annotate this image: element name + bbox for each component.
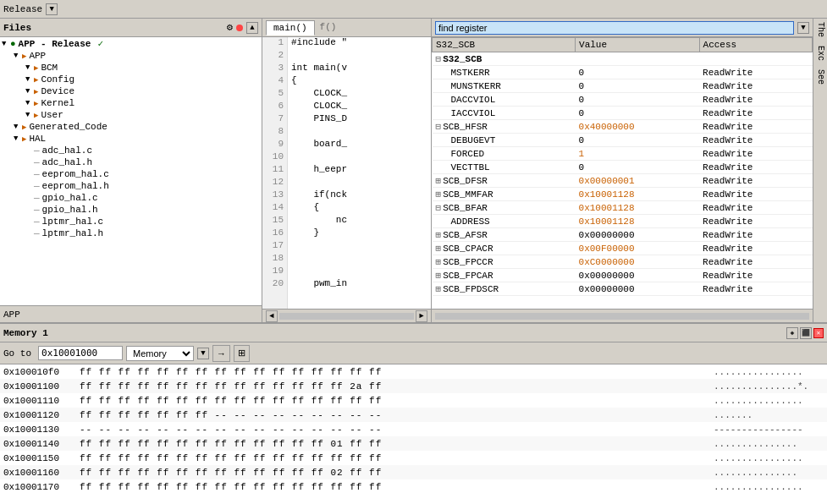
mem-bytes: ff ff ff ff ff ff ff ff ff ff ff ff ff f… xyxy=(80,367,707,377)
memory-addr-input[interactable] xyxy=(38,346,123,360)
register-dropdown-btn[interactable]: ▼ xyxy=(797,22,809,34)
memory-close-btn[interactable]: ✕ xyxy=(813,328,824,338)
register-row[interactable]: DEBUGEVT0ReadWrite xyxy=(433,134,813,147)
register-row[interactable]: ⊞SCB_CPACR0x00F00000ReadWrite xyxy=(433,242,813,255)
mem-bytes: ff ff ff ff ff ff ff ff ff ff ff ff ff f… xyxy=(80,381,707,392)
reg-expand-btn[interactable]: ⊞ xyxy=(436,230,442,240)
code-area[interactable]: #include "int main(v{ CLOCK_ CLOCK_ PINS… xyxy=(288,37,431,309)
mem-bytes: ff ff ff ff ff ff ff ff ff ff ff ff ff 0… xyxy=(80,439,707,449)
code-line: { xyxy=(291,202,427,215)
register-row[interactable]: IACCVIOL0ReadWrite xyxy=(433,107,813,120)
memory-columns-btn[interactable]: ⊞ xyxy=(234,345,250,362)
register-row[interactable]: ⊞SCB_FPDSCR0x00000000ReadWrite xyxy=(433,282,813,296)
reg-expand-btn[interactable]: ⊞ xyxy=(436,284,442,294)
register-row[interactable]: ⊞SCB_FPCCR0xC0000000ReadWrite xyxy=(433,255,813,269)
files-header: Files ⚙ ▲ xyxy=(0,19,262,37)
tree-item[interactable]: —lptmr_hal.c xyxy=(0,216,262,227)
scroll-up-btn[interactable]: ▲ xyxy=(246,22,258,34)
reg-expand-btn[interactable]: ⊟ xyxy=(436,54,442,64)
tree-item[interactable]: ▼▶User xyxy=(0,109,262,121)
reg-value: 0xC0000000 xyxy=(576,255,699,269)
register-row[interactable]: ⊟SCB_BFAR0x10001128ReadWrite xyxy=(433,201,813,215)
register-row[interactable]: ⊟S32_SCB xyxy=(433,52,813,66)
tree-item[interactable]: ▼▶HAL xyxy=(0,133,262,145)
line-number: 17 xyxy=(266,240,284,253)
editor-content[interactable]: 1234567891011121314151617181920 #include… xyxy=(262,37,431,309)
editor-scrollbar[interactable] xyxy=(279,313,414,320)
register-row[interactable]: MUNSTKERR0ReadWrite xyxy=(433,79,813,93)
mem-addr: 0x10001110 xyxy=(3,396,80,406)
tree-item[interactable]: —adc_hal.h xyxy=(0,156,262,168)
reg-expand-btn[interactable]: ⊟ xyxy=(436,203,442,213)
nav-left-btn[interactable]: ◄ xyxy=(266,310,278,322)
tree-item[interactable]: —lptmr_hal.h xyxy=(0,227,262,239)
far-right-label2: Exc xyxy=(816,46,825,61)
nav-right-btn[interactable]: ► xyxy=(416,310,427,322)
tree-item[interactable]: ▼●APP - Release✓ xyxy=(0,37,262,50)
far-right-label3: See xyxy=(816,69,825,85)
reg-col-header: Access xyxy=(699,38,812,52)
register-row[interactable]: ⊞SCB_DFSR0x00000001ReadWrite xyxy=(433,174,813,188)
register-search-input[interactable] xyxy=(435,21,794,35)
reg-expand-btn[interactable]: ⊞ xyxy=(436,244,442,254)
register-table[interactable]: S32_SCBValueAccess⊟S32_SCBMSTKERR0ReadWr… xyxy=(432,37,813,309)
register-row[interactable]: DACCVIOL0ReadWrite xyxy=(433,93,813,107)
mem-addr: 0x100010f0 xyxy=(3,367,80,377)
tree-item[interactable]: ▼▶Config xyxy=(0,74,262,85)
files-footer: APP xyxy=(0,305,262,322)
memory-type-select[interactable]: Memory xyxy=(126,346,194,361)
line-number: 20 xyxy=(266,278,284,291)
memory-toolbar: Go to Memory ▼ → ⊞ xyxy=(0,342,827,364)
reg-access: ReadWrite xyxy=(699,282,812,296)
register-nav xyxy=(432,309,813,322)
reg-expand-btn[interactable]: ⊞ xyxy=(436,189,442,200)
reg-col-header: S32_SCB xyxy=(433,38,576,52)
mem-addr: 0x10001170 xyxy=(3,482,80,492)
register-scrollbar-h[interactable] xyxy=(435,313,809,320)
tree-item[interactable]: ▼▶Kernel xyxy=(0,97,262,109)
tree-item[interactable]: ▼▶BCM xyxy=(0,62,262,74)
register-panel: ▼ S32_SCBValueAccess⊟S32_SCBMSTKERR0Read… xyxy=(432,19,813,322)
reg-value: 0 xyxy=(576,66,699,79)
memory-type-dropdown-btn[interactable]: ▼ xyxy=(197,348,209,359)
register-data-table: S32_SCBValueAccess⊟S32_SCBMSTKERR0ReadWr… xyxy=(432,37,813,296)
memory-go-btn[interactable]: → xyxy=(212,345,230,362)
tree-item[interactable]: —eeprom_hal.c xyxy=(0,168,262,180)
mem-addr: 0x10001120 xyxy=(3,410,80,420)
tree-item[interactable]: —eeprom_hal.h xyxy=(0,180,262,192)
editor-tab-main[interactable]: main() xyxy=(266,20,315,36)
register-row[interactable]: VECTTBL0ReadWrite xyxy=(433,161,813,174)
register-row[interactable]: ⊞SCB_AFSR0x00000000ReadWrite xyxy=(433,228,813,242)
settings-icon[interactable]: ⚙ xyxy=(227,21,233,34)
files-footer-text: APP xyxy=(3,310,20,320)
register-row[interactable]: ⊞SCB_MMFAR0x10001128ReadWrite xyxy=(433,188,813,201)
register-row[interactable]: FORCED1ReadWrite xyxy=(433,147,813,161)
line-number: 14 xyxy=(266,202,284,215)
tree-item[interactable]: ▼▶APP xyxy=(0,50,262,62)
reg-access: ReadWrite xyxy=(699,79,812,93)
memory-float-btn[interactable]: ⬛ xyxy=(800,327,812,339)
register-row[interactable]: ⊞SCB_FPCAR0x00000000ReadWrite xyxy=(433,269,813,282)
register-row[interactable]: ADDRESS0x10001128ReadWrite xyxy=(433,215,813,228)
reg-expand-btn[interactable]: ⊞ xyxy=(436,271,442,281)
code-line xyxy=(291,253,427,266)
reg-expand-btn[interactable]: ⊟ xyxy=(436,122,442,132)
memory-row: 0x10001120ff ff ff ff ff ff ff -- -- -- … xyxy=(0,408,827,422)
tree-item[interactable]: —adc_hal.c xyxy=(0,145,262,156)
memory-header-buttons: ◈ ⬛ ✕ xyxy=(786,327,824,339)
reg-expand-btn[interactable]: ⊞ xyxy=(436,257,442,267)
memory-pin-btn[interactable]: ◈ xyxy=(786,327,798,339)
tree-item[interactable]: ▼▶Device xyxy=(0,85,262,97)
register-row[interactable]: MSTKERR0ReadWrite xyxy=(433,66,813,79)
memory-content[interactable]: 0x100010f0ff ff ff ff ff ff ff ff ff ff … xyxy=(0,364,827,504)
reg-value: 0 xyxy=(576,79,699,93)
tree-item[interactable]: —gpio_hal.c xyxy=(0,192,262,204)
code-line: } xyxy=(291,227,427,240)
reg-expand-btn[interactable]: ⊞ xyxy=(436,176,442,186)
dropdown-btn[interactable]: ▼ xyxy=(46,3,58,15)
reg-value: 0x00000001 xyxy=(576,174,699,188)
tree-item[interactable]: ▼▶Generated_Code xyxy=(0,121,262,133)
register-row[interactable]: ⊟SCB_HFSR0x40000000ReadWrite xyxy=(433,120,813,134)
line-number: 18 xyxy=(266,253,284,266)
tree-item[interactable]: —gpio_hal.h xyxy=(0,204,262,216)
